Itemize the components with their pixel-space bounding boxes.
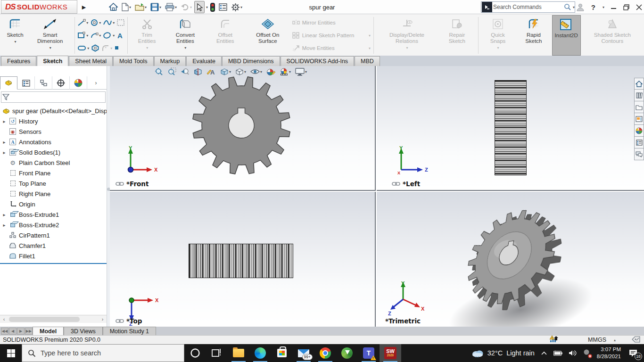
minimize-button[interactable] [611,4,617,10]
scrollbar-thumb[interactable] [9,317,80,322]
search-commands-input[interactable] [493,4,564,10]
tree-item-cirpattern1[interactable]: CirPattern1 [0,230,107,240]
dropdown-arrow-icon[interactable]: ▾ [50,46,51,50]
action-center-button[interactable]: 18 [627,347,639,359]
tab-display-manager[interactable] [70,76,87,90]
tree-item-origin[interactable]: Origin [0,199,107,209]
tab-mbd-dimensions[interactable]: MBD Dimensions [222,56,280,66]
panel-tabs-overflow[interactable]: › [87,76,105,90]
select-tool-button[interactable] [194,1,205,13]
expand-arrow-icon[interactable]: ▸ [0,119,8,124]
dropdown-arrow-icon[interactable]: ▾ [184,46,186,50]
feature-manager-toggle-button[interactable] [217,1,229,13]
sketch-picture-tool[interactable] [116,19,125,26]
dropdown-arrow-icon[interactable]: ▾ [14,40,16,44]
tab-sheet-metal[interactable]: Sheet Metal [69,56,113,66]
tree-item-front-plane[interactable]: Front Plane [0,168,107,178]
tab-sketch[interactable]: Sketch [37,56,68,66]
arc-tool[interactable]: ▾ [90,32,101,39]
tree-root[interactable]: spur gear (Default<<Default>_Display [0,106,107,116]
tree-item-material[interactable]: ⚙Plain Carbon Steel [0,157,107,168]
tab-model[interactable]: Model [33,327,64,335]
zoom-to-fit-icon[interactable] [155,67,163,76]
circle-tool[interactable]: ▾ [90,19,101,26]
rectangle-tool[interactable]: ▾ [77,32,89,39]
search-dropdown-arrow-icon[interactable]: ▾ [573,5,575,9]
new-document-button[interactable]: ▾ [120,1,132,13]
tree-filter[interactable] [1,91,106,103]
volume-icon[interactable] [569,350,577,356]
convert-entities-button[interactable]: Convert Entities ▾ [164,15,206,56]
edge-button[interactable] [249,344,271,362]
panel-horizontal-scrollbar[interactable]: ‹ › [0,315,107,323]
smart-dimension-button[interactable]: Smart Dimension ▾ [27,15,73,56]
units-dropdown-icon[interactable]: ▴ [614,338,616,342]
sketch-fillet-tool[interactable]: ×▾ [101,44,113,52]
expand-arrow-icon[interactable]: ▸ [0,222,8,228]
tab-markup[interactable]: Markup [154,56,186,66]
viewport-trimetric[interactable]: Y X Z *Trimetric [377,192,644,327]
line-tool[interactable]: ▾ [77,19,89,26]
solidworks-taskbar-button[interactable]: SW2020 [380,344,401,362]
solidworks-logo[interactable]: DS SOLIDWORKS [1,0,77,14]
tab-dimxpert-manager[interactable] [52,76,70,90]
tree-item-top-plane[interactable]: Top Plane [0,178,107,189]
dropdown-arrow-icon[interactable]: ▾ [175,5,177,9]
tab-features[interactable]: Features [1,56,36,66]
scroll-left-icon[interactable]: ‹ [0,316,8,322]
start-button[interactable] [0,344,22,362]
dropdown-arrow-icon[interactable]: ▾ [206,5,208,9]
slot-tool[interactable]: ▾ [77,44,90,52]
home-button[interactable] [107,1,119,13]
taskpane-home-icon[interactable] [634,78,644,90]
mail-button[interactable]: 99+ [293,344,314,362]
clock-widget[interactable]: 3:07 PM 8/28/2021 [597,346,621,360]
search-commands-box[interactable]: ▾ [481,1,575,13]
expand-arrow-icon[interactable]: ▸ [0,212,8,217]
dropdown-arrow-icon[interactable]: ▾ [190,5,192,9]
tab-mold-tools[interactable]: Mold Tools [113,56,154,66]
tree-item-annotations[interactable]: ▸AAnnotations [0,137,107,147]
tree-item-chamfer1[interactable]: Chamfer1 [0,240,107,251]
help-dropdown-arrow-icon[interactable]: ▾ [603,5,604,9]
teams-button[interactable]: T [358,344,380,362]
tray-chevron-icon[interactable] [541,351,547,355]
previous-view-icon[interactable] [181,68,190,75]
close-button[interactable] [636,4,642,10]
save-button[interactable]: ▾ [149,1,163,13]
sketch-button[interactable]: Sketch ▾ [3,15,27,56]
search-icon[interactable] [564,3,571,11]
dropdown-arrow-icon[interactable]: ▾ [145,5,147,9]
zoom-to-area-icon[interactable] [167,67,176,76]
rapid-sketch-button[interactable]: Rapid Sketch [515,15,552,56]
battery-icon[interactable] [553,351,562,356]
appearances-scenes-icon[interactable] [634,125,644,137]
traffic-light-button[interactable] [209,1,216,13]
viewport-left[interactable]: Y Z X *Left [377,66,644,191]
dropdown-arrow-icon[interactable]: ▾ [240,5,242,9]
custom-properties-icon[interactable] [634,137,644,148]
print-button[interactable]: ▾ [164,1,178,13]
polygon-tool[interactable] [91,44,100,52]
file-explorer-button[interactable] [228,344,249,362]
cortana-button[interactable] [184,344,206,362]
tree-item-right-plane[interactable]: Right Plane [0,189,107,199]
performance-feedback-icon[interactable]: ! [550,336,559,344]
taskbar-search-input[interactable] [41,349,163,357]
design-library-icon[interactable] [634,90,644,101]
tree-item-boss-extrude2[interactable]: ▸Boss-Extrude2 [0,220,107,230]
ellipse-tool[interactable]: ▾ [102,32,115,39]
view-settings-icon[interactable]: ▾ [295,68,307,76]
panel-splitter[interactable] [107,66,110,327]
tab-mbd[interactable]: MBD [355,56,380,66]
rollback-bar[interactable] [0,263,107,264]
last-tab-icon[interactable]: ▶▶ [25,328,33,335]
undo-button[interactable]: ▾ [179,1,193,13]
user-account-icon[interactable] [576,3,585,11]
text-tool[interactable]: A [116,32,124,39]
tab-property-manager[interactable] [17,76,35,90]
task-view-button[interactable] [206,344,228,362]
tags-icon[interactable] [632,336,640,344]
tab-configuration-manager[interactable] [35,76,52,90]
weather-widget[interactable]: 32°C Light rain [471,349,535,357]
